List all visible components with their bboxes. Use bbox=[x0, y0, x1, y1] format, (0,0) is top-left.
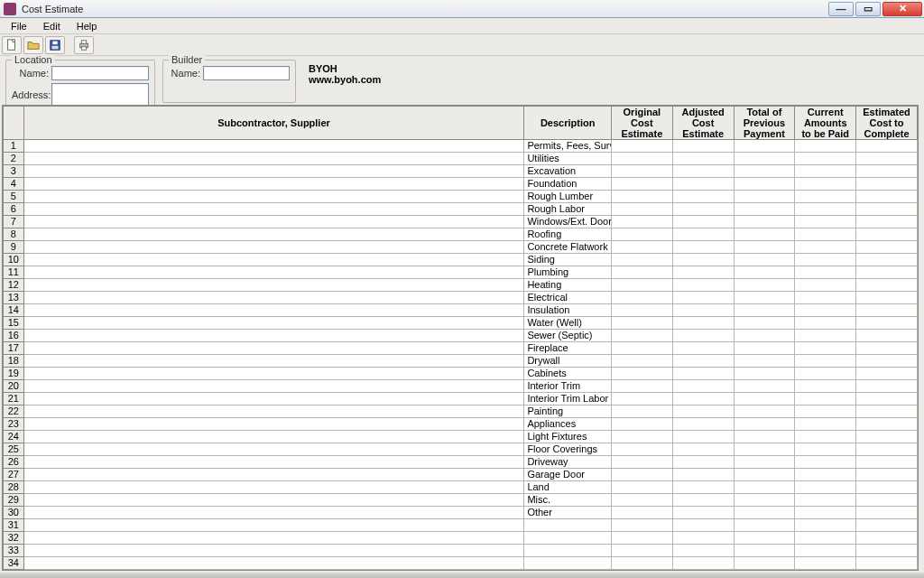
table-row[interactable]: 3Excavation bbox=[4, 165, 918, 178]
cell-orig[interactable] bbox=[611, 532, 672, 545]
cell-subcontractor[interactable] bbox=[23, 317, 524, 330]
row-number[interactable]: 8 bbox=[4, 228, 24, 241]
cell-adj[interactable] bbox=[672, 241, 734, 254]
cell-curr[interactable] bbox=[795, 494, 856, 507]
cell-subcontractor[interactable] bbox=[23, 380, 524, 393]
cell-orig[interactable] bbox=[611, 443, 672, 456]
cell-orig[interactable] bbox=[611, 203, 672, 216]
corner-cell[interactable] bbox=[4, 107, 24, 140]
cell-prev[interactable] bbox=[734, 304, 795, 317]
cell-orig[interactable] bbox=[611, 481, 672, 494]
cell-prev[interactable] bbox=[734, 140, 795, 153]
cell-adj[interactable] bbox=[672, 140, 734, 153]
cell-curr[interactable] bbox=[795, 191, 856, 203]
cell-orig[interactable] bbox=[611, 228, 672, 241]
cell-orig[interactable] bbox=[611, 570, 672, 572]
cell-orig[interactable] bbox=[611, 317, 672, 330]
row-number[interactable]: 10 bbox=[4, 254, 24, 266]
cell-description[interactable]: Cabinets bbox=[524, 368, 612, 380]
cell-description[interactable] bbox=[524, 570, 612, 572]
cell-prev[interactable] bbox=[734, 178, 795, 191]
cell-adj[interactable] bbox=[672, 519, 734, 532]
cell-adj[interactable] bbox=[672, 380, 734, 393]
cell-adj[interactable] bbox=[672, 368, 734, 380]
cell-description[interactable]: Utilities bbox=[524, 153, 612, 165]
cell-orig[interactable] bbox=[611, 191, 672, 203]
table-row[interactable]: 16Sewer (Septic) bbox=[4, 330, 918, 342]
row-number[interactable]: 18 bbox=[4, 355, 24, 368]
cell-subcontractor[interactable] bbox=[23, 178, 524, 191]
cell-subcontractor[interactable] bbox=[23, 203, 524, 216]
table-row[interactable]: 34 bbox=[4, 557, 918, 570]
cell-description[interactable]: Excavation bbox=[524, 165, 612, 178]
cell-prev[interactable] bbox=[734, 368, 795, 380]
cell-adj[interactable] bbox=[672, 342, 734, 355]
cell-description[interactable]: Interior Trim Labor bbox=[524, 393, 612, 406]
cell-prev[interactable] bbox=[734, 380, 795, 393]
cell-subcontractor[interactable] bbox=[23, 368, 524, 380]
table-row[interactable]: 30Other bbox=[4, 507, 918, 519]
cell-orig[interactable] bbox=[611, 368, 672, 380]
cell-prev[interactable] bbox=[734, 519, 795, 532]
table-row[interactable]: 35 bbox=[4, 570, 918, 572]
cell-description[interactable]: Appliances bbox=[524, 418, 612, 431]
cell-description[interactable]: Insulation bbox=[524, 304, 612, 317]
cell-prev[interactable] bbox=[734, 456, 795, 469]
cell-subcontractor[interactable] bbox=[23, 304, 524, 317]
cell-subcontractor[interactable] bbox=[23, 443, 524, 456]
cell-curr[interactable] bbox=[795, 469, 856, 481]
cell-orig[interactable] bbox=[611, 254, 672, 266]
cell-description[interactable]: Drywall bbox=[524, 355, 612, 368]
cell-est[interactable] bbox=[856, 443, 918, 456]
cell-prev[interactable] bbox=[734, 507, 795, 519]
cell-prev[interactable] bbox=[734, 191, 795, 203]
cell-adj[interactable] bbox=[672, 254, 734, 266]
cell-prev[interactable] bbox=[734, 317, 795, 330]
cell-orig[interactable] bbox=[611, 153, 672, 165]
cell-prev[interactable] bbox=[734, 241, 795, 254]
cell-subcontractor[interactable] bbox=[23, 481, 524, 494]
cell-est[interactable] bbox=[856, 519, 918, 532]
table-row[interactable]: 25Floor Coverings bbox=[4, 443, 918, 456]
cell-adj[interactable] bbox=[672, 178, 734, 191]
cell-description[interactable]: Rough Labor bbox=[524, 203, 612, 216]
menu-edit[interactable]: Edit bbox=[36, 20, 68, 33]
cell-adj[interactable] bbox=[672, 292, 734, 304]
row-number[interactable]: 26 bbox=[4, 456, 24, 469]
cell-curr[interactable] bbox=[795, 393, 856, 406]
cell-description[interactable]: Other bbox=[524, 507, 612, 519]
cell-orig[interactable] bbox=[611, 304, 672, 317]
cell-orig[interactable] bbox=[611, 545, 672, 557]
table-row[interactable]: 10Siding bbox=[4, 254, 918, 266]
print-button[interactable] bbox=[74, 36, 94, 54]
cell-est[interactable] bbox=[856, 431, 918, 443]
cell-subcontractor[interactable] bbox=[23, 393, 524, 406]
row-number[interactable]: 6 bbox=[4, 203, 24, 216]
row-number[interactable]: 19 bbox=[4, 368, 24, 380]
cell-est[interactable] bbox=[856, 191, 918, 203]
col-original-cost[interactable]: Original Cost Estimate bbox=[611, 107, 672, 140]
table-row[interactable]: 18Drywall bbox=[4, 355, 918, 368]
cell-curr[interactable] bbox=[795, 507, 856, 519]
cell-description[interactable]: Electrical bbox=[524, 292, 612, 304]
cell-orig[interactable] bbox=[611, 140, 672, 153]
cell-orig[interactable] bbox=[611, 279, 672, 292]
cell-est[interactable] bbox=[856, 317, 918, 330]
cell-est[interactable] bbox=[856, 557, 918, 570]
cell-est[interactable] bbox=[856, 481, 918, 494]
cell-description[interactable]: Plumbing bbox=[524, 266, 612, 279]
cell-subcontractor[interactable] bbox=[23, 279, 524, 292]
save-button[interactable] bbox=[45, 36, 65, 54]
table-row[interactable]: 24Light Fixtures bbox=[4, 431, 918, 443]
cell-curr[interactable] bbox=[795, 330, 856, 342]
row-number[interactable]: 32 bbox=[4, 532, 24, 545]
row-number[interactable]: 9 bbox=[4, 241, 24, 254]
cell-curr[interactable] bbox=[795, 380, 856, 393]
table-row[interactable]: 8Roofing bbox=[4, 228, 918, 241]
row-number[interactable]: 28 bbox=[4, 481, 24, 494]
cell-description[interactable] bbox=[524, 519, 612, 532]
cell-adj[interactable] bbox=[672, 469, 734, 481]
cell-adj[interactable] bbox=[672, 317, 734, 330]
row-number[interactable]: 25 bbox=[4, 443, 24, 456]
menu-help[interactable]: Help bbox=[69, 20, 105, 33]
